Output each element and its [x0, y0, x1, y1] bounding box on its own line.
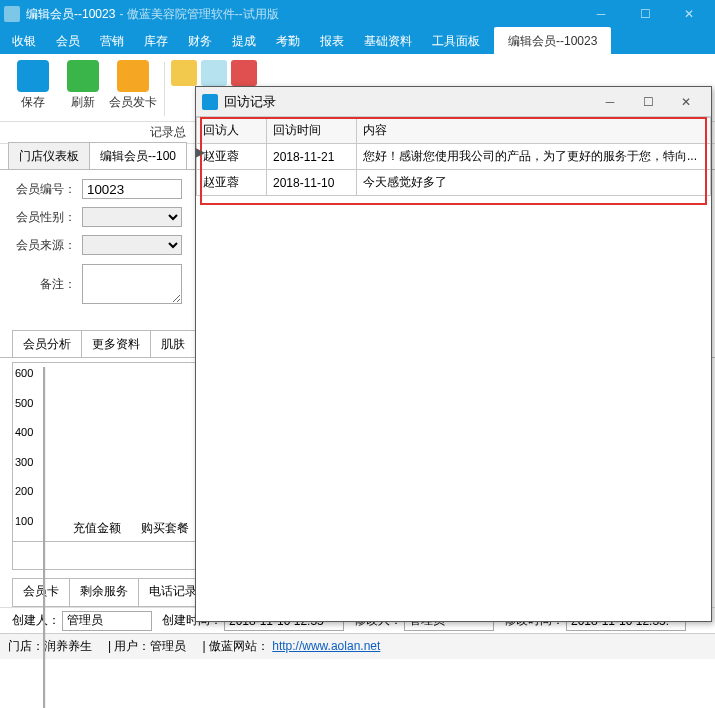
- maximize-button[interactable]: ☐: [623, 0, 667, 28]
- cell-time: 2018-11-21: [267, 144, 357, 170]
- menu-report[interactable]: 报表: [310, 29, 354, 54]
- small-tools: [171, 58, 257, 86]
- popup-minimize[interactable]: ─: [591, 88, 629, 116]
- tab-skin[interactable]: 肌肤: [150, 330, 196, 357]
- menu-cashier[interactable]: 收银: [2, 29, 46, 54]
- table-row[interactable]: 赵亚蓉 2018-11-21 您好！感谢您使用我公司的产品，为了更好的服务于您，…: [197, 144, 711, 170]
- close-button[interactable]: ✕: [667, 0, 711, 28]
- remark-textarea[interactable]: [82, 264, 182, 304]
- store-label: 门店：: [8, 639, 44, 653]
- table-row[interactable]: 赵亚蓉 2018-11-10 今天感觉好多了: [197, 170, 711, 196]
- cell-content: 今天感觉好多了: [357, 170, 711, 196]
- menu-bar: 收银 会员 营销 库存 财务 提成 考勤 报表 基础资料 工具面板 编辑会员--…: [0, 28, 715, 54]
- row-indicator-icon: ▶: [196, 145, 202, 167]
- visit-log-popup: 回访记录 ─ ☐ ✕ 回访人 回访时间 内容 赵亚蓉 2018-11-21 您好…: [195, 86, 712, 622]
- window-title: 编辑会员--10023: [26, 6, 115, 23]
- menu-toolpanel[interactable]: 工具面板: [422, 29, 490, 54]
- menu-basedata[interactable]: 基础资料: [354, 29, 422, 54]
- col-content[interactable]: 内容: [357, 118, 711, 144]
- col-visitor[interactable]: 回访人: [197, 118, 267, 144]
- card-label: 会员发卡: [108, 94, 158, 111]
- window-subtitle: - 傲蓝美容院管理软件--试用版: [119, 6, 278, 23]
- source-label: 会员来源：: [12, 237, 76, 254]
- save-button[interactable]: 保存: [8, 58, 58, 111]
- tab-edit-member[interactable]: 编辑会员--100: [89, 142, 187, 169]
- main-titlebar: 编辑会员--10023 - 傲蓝美容院管理软件--试用版 ─ ☐ ✕: [0, 0, 715, 28]
- popup-title: 回访记录: [224, 93, 591, 111]
- source-select[interactable]: [82, 235, 182, 255]
- save-icon: [17, 60, 49, 92]
- save-label: 保存: [8, 94, 58, 111]
- user-icon[interactable]: [171, 60, 197, 86]
- col-time[interactable]: 回访时间: [267, 118, 357, 144]
- refresh-label: 刷新: [58, 94, 108, 111]
- gender-select[interactable]: [82, 207, 182, 227]
- record-count-label: 记录总: [150, 124, 186, 141]
- tab-more-info[interactable]: 更多资料: [81, 330, 151, 357]
- visit-log-table: 回访人 回访时间 内容 赵亚蓉 2018-11-21 您好！感谢您使用我公司的产…: [196, 117, 711, 196]
- menu-member[interactable]: 会员: [46, 29, 90, 54]
- member-id-input[interactable]: [82, 179, 182, 199]
- menu-finance[interactable]: 财务: [178, 29, 222, 54]
- popup-table-wrap: 回访人 回访时间 内容 赵亚蓉 2018-11-21 您好！感谢您使用我公司的产…: [196, 117, 711, 196]
- menu-stock[interactable]: 库存: [134, 29, 178, 54]
- menu-commission[interactable]: 提成: [222, 29, 266, 54]
- refresh-button[interactable]: 刷新: [58, 58, 108, 111]
- issue-card-button[interactable]: 会员发卡: [108, 58, 158, 111]
- tab-analysis[interactable]: 会员分析: [12, 330, 82, 357]
- calendar-icon[interactable]: [201, 60, 227, 86]
- cell-visitor: 赵亚蓉: [197, 170, 267, 196]
- popup-titlebar[interactable]: 回访记录 ─ ☐ ✕: [196, 87, 711, 117]
- gender-label: 会员性别：: [12, 209, 76, 226]
- menu-attendance[interactable]: 考勤: [266, 29, 310, 54]
- minimize-button[interactable]: ─: [579, 0, 623, 28]
- table-header-row: 回访人 回访时间 内容: [197, 118, 711, 144]
- cell-visitor: 赵亚蓉: [197, 144, 267, 170]
- remark-label: 备注：: [12, 276, 76, 293]
- toolbar-separator: [164, 62, 165, 116]
- member-id-label: 会员编号：: [12, 181, 76, 198]
- app-icon: [4, 6, 20, 22]
- tab-dashboard[interactable]: 门店仪表板: [8, 142, 90, 169]
- cell-content: 您好！感谢您使用我公司的产品，为了更好的服务于您，特向...: [357, 144, 711, 170]
- document-tab[interactable]: 编辑会员--10023: [494, 27, 611, 55]
- popup-icon: [202, 94, 218, 110]
- chart-yaxis: 600 500 400 300 200 100: [15, 367, 33, 527]
- refresh-icon: [67, 60, 99, 92]
- mail-icon[interactable]: [231, 60, 257, 86]
- popup-close[interactable]: ✕: [667, 88, 705, 116]
- card-icon: [117, 60, 149, 92]
- cell-time: 2018-11-10: [267, 170, 357, 196]
- popup-maximize[interactable]: ☐: [629, 88, 667, 116]
- menu-marketing[interactable]: 营销: [90, 29, 134, 54]
